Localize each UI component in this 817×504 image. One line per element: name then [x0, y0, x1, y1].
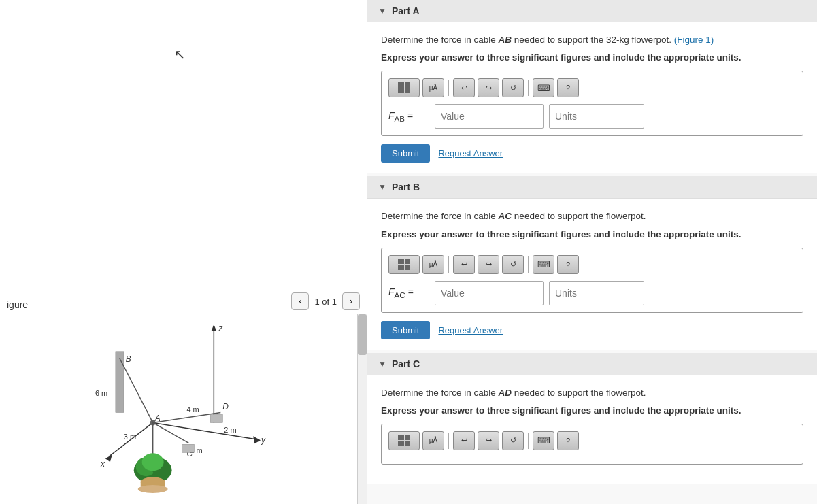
part-b-content: Determine the force in cable AC needed t… [367, 199, 817, 350]
part-a-value-input[interactable] [435, 104, 544, 129]
part-b-value-input[interactable] [435, 281, 544, 305]
left-panel: ↖ igure ‹ 1 of 1 › z x y [0, 0, 367, 504]
part-b-request-answer[interactable]: Request Answer [438, 325, 503, 335]
grid-icon [398, 82, 410, 93]
toolbar-separator-2 [528, 80, 529, 96]
part-b-header: ▼ Part B [367, 176, 817, 199]
svg-text:D: D [222, 402, 229, 411]
part-c-input-box: μÅ ↩ ↪ ↺ ⌨ ? [381, 424, 803, 465]
diagram-svg: z x y B A D C [0, 314, 367, 504]
svg-text:4 m: 4 m [186, 405, 199, 414]
part-a-bold-text: Express your answer to three significant… [381, 52, 803, 63]
part-c-problem-text: Determine the force in cable AD needed t… [381, 386, 803, 400]
scrollbar-thumb[interactable] [358, 314, 367, 355]
next-figure-button[interactable]: › [342, 292, 360, 310]
part-b-action-row: Submit Request Answer [381, 321, 803, 339]
figure-area: z x y B A D C [0, 314, 367, 504]
part-a-input-row: FAB = [388, 104, 796, 129]
part-c-cable-label: AD [499, 388, 512, 398]
part-a-label: Part A [392, 5, 420, 16]
part-a-submit-button[interactable]: Submit [381, 144, 430, 163]
mu-icon: μÅ [429, 84, 437, 92]
part-b-help-button[interactable]: ? [557, 255, 579, 274]
part-b-input-box: μÅ ↩ ↪ ↺ ⌨ ? FAC = [381, 248, 803, 313]
svg-text:6 m: 6 m [95, 389, 107, 397]
part-a-request-answer[interactable]: Request Answer [438, 148, 503, 158]
svg-rect-32 [210, 414, 222, 422]
part-b-mu-icon: μÅ [429, 261, 437, 268]
part-b-submit-button[interactable]: Submit [381, 321, 430, 339]
mu-tool-button[interactable]: μÅ [422, 78, 444, 97]
part-c-label: Part C [392, 358, 420, 369]
part-c-arrow: ▼ [378, 359, 386, 369]
part-b-arrow: ▼ [378, 182, 386, 192]
part-c-help-button[interactable]: ? [557, 431, 579, 450]
part-a-input-box: μÅ ↩ ↪ ↺ ⌨ ? FAB = [381, 71, 803, 136]
part-c-content: Determine the force in cable AD needed t… [367, 375, 817, 484]
undo-button[interactable]: ↩ [453, 78, 475, 97]
part-c-grid-icon [398, 435, 410, 446]
part-a-input-label: FAB = [388, 110, 429, 123]
keyboard-button[interactable]: ⌨ [533, 78, 554, 97]
part-b-mu-tool-button[interactable]: μÅ [422, 255, 444, 274]
part-a-cable-label: AB [499, 35, 512, 45]
svg-point-31 [138, 485, 168, 493]
part-c-toolbar-separator-2 [528, 433, 529, 449]
svg-rect-33 [182, 444, 195, 452]
part-b-section: ▼ Part B Determine the force in cable AC… [367, 176, 817, 350]
part-b-label: Part B [392, 182, 420, 192]
part-b-toolbar: μÅ ↩ ↪ ↺ ⌨ ? [388, 255, 796, 274]
grid-tool-button[interactable] [388, 78, 420, 97]
part-c-keyboard-button[interactable]: ⌨ [533, 431, 554, 450]
toolbar-separator-1 [448, 80, 449, 96]
part-c-redo-button[interactable]: ↪ [478, 431, 499, 450]
part-a-units-input[interactable] [549, 104, 644, 129]
help-button[interactable]: ? [557, 78, 579, 97]
part-a-action-row: Submit Request Answer [381, 144, 803, 163]
part-c-header: ▼ Part C [367, 353, 817, 375]
part-a-content: Determine the force in cable AB needed t… [367, 22, 817, 173]
part-c-section: ▼ Part C Determine the force in cable AD… [367, 353, 817, 484]
svg-text:B: B [126, 354, 131, 364]
part-b-undo-button[interactable]: ↩ [453, 255, 475, 274]
part-b-input-row: FAC = [388, 281, 796, 305]
figure-page: 1 of 1 [314, 297, 337, 307]
part-b-keyboard-button[interactable]: ⌨ [533, 255, 554, 274]
part-b-units-input[interactable] [549, 281, 644, 305]
part-b-refresh-button[interactable]: ↺ [502, 255, 524, 274]
part-b-cable-label: AC [499, 211, 512, 221]
part-c-mu-tool-button[interactable]: μÅ [422, 431, 444, 450]
redo-button[interactable]: ↪ [478, 78, 499, 97]
svg-point-28 [142, 453, 164, 471]
part-a-section: ▼ Part A Determine the force in cable AB… [367, 0, 817, 173]
part-c-refresh-button[interactable]: ↺ [502, 431, 524, 450]
part-c-toolbar-separator-1 [448, 433, 449, 449]
right-panel: ▼ Part A Determine the force in cable AB… [367, 0, 817, 504]
scrollbar-track [357, 314, 367, 504]
part-b-toolbar-separator-2 [528, 256, 529, 273]
svg-rect-0 [7, 314, 359, 504]
svg-text:y: y [261, 435, 266, 445]
part-c-bold-text: Express your answer to three significant… [381, 405, 803, 416]
part-a-arrow: ▼ [378, 6, 386, 16]
figure-label: igure [7, 299, 28, 310]
svg-text:z: z [218, 324, 222, 333]
figure-link[interactable]: (Figure 1) [674, 35, 714, 45]
svg-text:2 m: 2 m [224, 426, 236, 434]
part-b-bold-text: Express your answer to three significant… [381, 229, 803, 239]
prev-figure-button[interactable]: ‹ [291, 292, 309, 310]
part-c-grid-tool-button[interactable] [388, 431, 420, 450]
part-c-undo-button[interactable]: ↩ [453, 431, 475, 450]
refresh-button[interactable]: ↺ [502, 78, 524, 97]
part-b-grid-tool-button[interactable] [388, 255, 420, 274]
part-b-toolbar-separator-1 [448, 256, 449, 273]
part-b-problem-text: Determine the force in cable AC needed t… [381, 209, 803, 223]
part-c-toolbar: μÅ ↩ ↪ ↺ ⌨ ? [388, 431, 796, 450]
cursor: ↖ [174, 46, 186, 63]
figure-navigation: ‹ 1 of 1 › [291, 292, 360, 310]
part-b-redo-button[interactable]: ↪ [478, 255, 499, 274]
part-b-grid-icon [398, 259, 410, 270]
part-a-problem-text: Determine the force in cable AB needed t… [381, 33, 803, 47]
svg-rect-10 [116, 352, 124, 413]
part-b-input-label: FAC = [388, 286, 429, 299]
